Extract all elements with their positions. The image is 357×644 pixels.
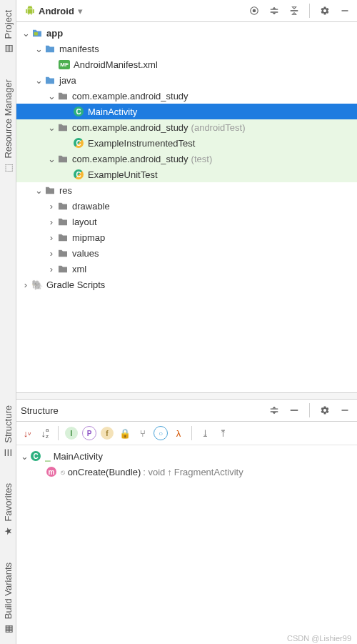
structure-class-name: MainActivity: [54, 451, 103, 462]
collapse-icon[interactable]: ⌄: [46, 91, 56, 101]
expand-icon[interactable]: ›: [46, 264, 56, 274]
tool-tab-favorites[interactable]: ★ Favorites: [3, 480, 14, 539]
collapse-icon[interactable]: ⌄: [46, 122, 56, 133]
collapse-icon[interactable]: ⌄: [34, 75, 44, 86]
select-file-button[interactable]: [246, 3, 262, 19]
tree-node-pkg-android-test[interactable]: ⌄com.example.android_study(androidTest): [16, 119, 357, 135]
show-inherited-button[interactable]: ⑂: [135, 425, 151, 441]
tree-label: xml: [72, 264, 86, 274]
tree-label: ExampleInstrumentedTest: [88, 138, 195, 149]
tree-node-main-activity[interactable]: CMainActivity: [16, 104, 357, 119]
tree-node-drawable[interactable]: ›drawable: [16, 198, 357, 214]
collapse-icon[interactable]: ⌄: [34, 185, 44, 196]
tree-node-layout[interactable]: ›layout: [16, 214, 357, 229]
autoscroll-to-source-button[interactable]: ⤓: [197, 425, 213, 441]
folder-icon: [56, 202, 69, 210]
expand-all-button[interactable]: [266, 402, 282, 418]
tree-node-xml[interactable]: ›xml: [16, 261, 357, 277]
folder-icon: [56, 217, 69, 226]
expand-icon[interactable]: ›: [46, 217, 56, 227]
collapse-icon[interactable]: ⌄: [34, 44, 44, 54]
package-icon: [56, 91, 69, 100]
method-inherited: FragmentActivity: [174, 467, 243, 477]
project-pane-header: Android ▾: [16, 0, 357, 22]
project-icon: ▤: [3, 43, 14, 54]
tree-node-manifests[interactable]: ⌄manifests: [16, 41, 357, 56]
tree-node-res[interactable]: ⌄res: [16, 182, 357, 198]
tree-label: Gradle Scripts: [46, 279, 105, 290]
tree-node-mipmap[interactable]: ›mipmap: [16, 229, 357, 245]
module-icon: [31, 29, 44, 37]
tree-label: ExampleUnitTest: [88, 169, 158, 180]
structure-tree[interactable]: ⌄C⎯ MainActivity m⎋ onCreate(Bundle): vo…: [16, 445, 357, 482]
folder-icon: [44, 76, 56, 84]
method-icon: m: [45, 467, 58, 477]
package-icon: [56, 123, 69, 132]
tree-node-pkg-test[interactable]: ⌄com.example.android_study(test): [16, 151, 357, 167]
tree-label: com.example.android_study: [72, 91, 188, 101]
tree-node-example-instrumented[interactable]: CExampleInstrumentedTest: [16, 135, 357, 151]
tree-label: manifests: [59, 44, 99, 54]
tree-node-android-manifest[interactable]: MFAndroidManifest.xml: [16, 56, 357, 72]
tree-node-example-unit[interactable]: CExampleUnitTest: [16, 167, 357, 182]
resource-icon: ⬚: [3, 163, 14, 174]
hide-button[interactable]: [337, 3, 353, 19]
svg-rect-4: [342, 410, 348, 411]
tool-tab-build-variants[interactable]: ▦ Build Variants: [3, 560, 14, 637]
tree-node-gradle[interactable]: ›🐘Gradle Scripts: [16, 277, 357, 292]
test-class-icon: C: [72, 138, 85, 148]
expand-icon[interactable]: ›: [46, 248, 56, 259]
structure-node-method[interactable]: m⎋ onCreate(Bundle): void ↑FragmentActiv…: [16, 464, 357, 480]
collapse-all-button[interactable]: [286, 402, 302, 418]
folder-icon: [44, 44, 56, 53]
manifest-file-icon: MF: [58, 60, 71, 69]
show-anonymous-button[interactable]: ○: [153, 425, 169, 441]
autoscroll-from-source-button[interactable]: ⤒: [215, 425, 231, 441]
collapse-icon[interactable]: ⌄: [19, 451, 29, 462]
show-lambda-button[interactable]: λ: [171, 425, 186, 441]
tree-label: java: [59, 75, 76, 86]
expand-icon[interactable]: ›: [46, 201, 56, 212]
variants-icon: ▦: [3, 623, 14, 634]
hide-button[interactable]: [337, 402, 353, 418]
tree-suffix: (androidTest): [191, 122, 246, 133]
tool-tab-resource-manager[interactable]: ⬚ Resource Manager: [3, 76, 14, 177]
tree-label: com.example.android_study: [72, 122, 188, 133]
pane-splitter[interactable]: [16, 392, 357, 400]
structure-node-class[interactable]: ⌄C⎯ MainActivity: [16, 448, 357, 464]
tool-tab-project[interactable]: ▤ Project: [3, 7, 14, 56]
collapse-all-button[interactable]: [286, 3, 302, 19]
tree-label: mipmap: [72, 232, 105, 243]
dropdown-arrow-icon: ▾: [78, 6, 83, 16]
show-properties-button[interactable]: P: [81, 425, 97, 441]
test-class-icon: C: [72, 169, 85, 179]
expand-all-button[interactable]: [266, 3, 282, 19]
sort-by-visibility-button[interactable]: ↓v: [19, 425, 35, 441]
star-icon: ★: [3, 526, 14, 537]
collapse-icon[interactable]: ⌄: [21, 28, 31, 39]
show-private-button[interactable]: 🔒: [117, 425, 133, 441]
gradle-icon: 🐘: [31, 279, 44, 290]
package-icon: [56, 154, 69, 163]
tool-tab-structure[interactable]: ☰ Structure: [3, 402, 14, 461]
show-fields-button[interactable]: f: [99, 425, 115, 441]
expand-icon[interactable]: ›: [21, 279, 31, 290]
tree-node-pkg-main[interactable]: ⌄com.example.android_study: [16, 88, 357, 104]
tree-label: com.example.android_study: [72, 154, 188, 164]
expand-icon[interactable]: ›: [46, 232, 56, 243]
tree-node-java[interactable]: ⌄java: [16, 72, 357, 88]
tree-label: app: [46, 28, 63, 39]
tree-label: values: [72, 248, 99, 259]
override-icon: ⎋: [61, 468, 65, 476]
tree-node-values[interactable]: ›values: [16, 245, 357, 261]
settings-button[interactable]: [317, 402, 333, 418]
sort-alphabetically-button[interactable]: ↓az: [37, 425, 53, 441]
show-interfaces-button[interactable]: I: [64, 425, 79, 441]
final-icon: ⎯: [45, 451, 51, 462]
project-tree[interactable]: ⌄app ⌄manifests MFAndroidManifest.xml ⌄j…: [16, 22, 357, 392]
project-view-dropdown[interactable]: Android ▾: [21, 4, 87, 18]
tree-node-app[interactable]: ⌄app: [16, 25, 357, 41]
tree-label: MainActivity: [88, 106, 137, 117]
collapse-icon[interactable]: ⌄: [46, 154, 56, 164]
settings-button[interactable]: [317, 3, 333, 19]
